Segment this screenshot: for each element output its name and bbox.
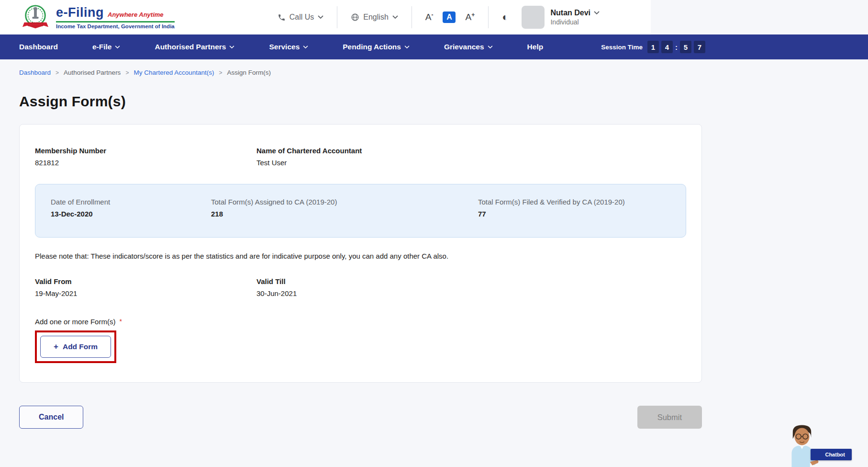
user-menu[interactable]: Nutan Devi Individual: [522, 6, 600, 29]
chevron-down-icon: [392, 15, 398, 19]
main-navbar: Dashboard e-File Authorised Partners Ser…: [0, 34, 868, 59]
chevron-down-icon: [115, 46, 120, 49]
breadcrumb-assign-forms: Assign Form(s): [227, 69, 271, 76]
brand-tagline: Anywhere Anytime: [108, 11, 164, 18]
page-title: Assign Form(s): [19, 93, 702, 110]
session-digit: 7: [694, 41, 705, 53]
session-colon: :: [675, 43, 678, 51]
breadcrumb-separator: >: [56, 69, 59, 76]
efiling-logo[interactable]: e-Filing Anywhere Anytime Income Tax Dep…: [22, 3, 175, 32]
nav-item-authorised-partners[interactable]: Authorised Partners: [155, 43, 234, 51]
nav-item-pending-actions[interactable]: Pending Actions: [343, 43, 410, 51]
ca-name-value: Test User: [256, 159, 686, 167]
session-digit: 4: [661, 41, 673, 53]
plus-icon: +: [54, 342, 58, 352]
user-name: Nutan Devi: [550, 9, 590, 17]
membership-number-field: Membership Number 821812: [35, 147, 256, 167]
red-highlight-annotation: + Add Form: [35, 330, 116, 363]
breadcrumb-separator: >: [125, 69, 129, 76]
globe-icon: [351, 13, 359, 22]
add-forms-label: Add one or more Form(s): [35, 318, 115, 326]
verified-forms-value: 77: [478, 210, 670, 218]
chevron-down-icon: [404, 46, 410, 49]
enrollment-date-label: Date of Enrollment: [51, 198, 211, 206]
verified-forms-stat: Total Form(s) Filed & Verified by CA (20…: [478, 198, 670, 218]
main-content: Assign Form(s) Membership Number 821812 …: [19, 93, 702, 429]
phone-icon: [278, 13, 286, 22]
assigned-forms-label: Total Form(s) Assigned to CA (2019-20): [211, 198, 478, 206]
avatar: [522, 6, 545, 29]
nav-item-grievances[interactable]: Grievances: [444, 43, 493, 51]
breadcrumb: Dashboard > Authorised Partners > My Cha…: [0, 59, 868, 76]
valid-till-field: Valid Till 30-Jun-2021: [256, 277, 686, 297]
header-divider: [488, 6, 489, 28]
income-tax-emblem-icon: [22, 3, 49, 32]
nav-item-services[interactable]: Services: [269, 43, 308, 51]
submit-button[interactable]: Submit: [637, 406, 702, 429]
session-timer: Session Time 1 4 : 5 7: [601, 41, 705, 53]
nav-item-help[interactable]: Help: [527, 43, 544, 51]
chatbot-button[interactable]: Chatbot: [811, 449, 852, 460]
chatbot-avatar-icon: [785, 424, 819, 467]
chevron-down-icon: [229, 46, 234, 49]
brand-name: e-Filing: [56, 5, 104, 20]
assigned-forms-stat: Total Form(s) Assigned to CA (2019-20) 2…: [211, 198, 478, 218]
font-increase-button[interactable]: A+: [465, 11, 475, 23]
ca-name-field: Name of Chartered Accountant Test User: [256, 147, 686, 167]
contrast-toggle-icon[interactable]: ◐: [502, 12, 508, 23]
user-role: Individual: [550, 18, 600, 26]
enrollment-date-value: 13-Dec-2020: [51, 210, 211, 218]
chevron-down-icon: [318, 15, 323, 19]
valid-till-label: Valid Till: [256, 277, 686, 285]
top-header: e-Filing Anywhere Anytime Income Tax Dep…: [0, 0, 651, 34]
breadcrumb-my-chartered-accountants[interactable]: My Chartered Accountant(s): [134, 69, 214, 76]
header-divider: [337, 6, 337, 28]
ca-name-label: Name of Chartered Accountant: [256, 147, 686, 155]
language-label: English: [363, 13, 388, 22]
valid-from-value: 19-May-2021: [35, 289, 256, 297]
add-form-button[interactable]: + Add Form: [40, 336, 111, 358]
breadcrumb-dashboard[interactable]: Dashboard: [19, 69, 51, 76]
cancel-button[interactable]: Cancel: [19, 406, 83, 429]
enrollment-date-stat: Date of Enrollment 13-Dec-2020: [51, 198, 211, 218]
chevron-down-icon: [303, 46, 308, 49]
valid-from-field: Valid From 19-May-2021: [35, 277, 256, 297]
chevron-down-icon: [594, 11, 600, 15]
font-decrease-button[interactable]: A-: [425, 11, 434, 23]
valid-till-value: 30-Jun-2021: [256, 289, 686, 297]
valid-from-label: Valid From: [35, 277, 256, 285]
required-asterisk: *: [119, 318, 122, 326]
call-us-label: Call Us: [289, 13, 314, 22]
assigned-forms-value: 218: [211, 210, 478, 218]
call-us-menu[interactable]: Call Us: [278, 13, 324, 22]
indicator-note: Please note that: These indicators/score…: [35, 252, 686, 260]
verified-forms-label: Total Form(s) Filed & Verified by CA (20…: [478, 198, 670, 206]
session-digit: 5: [680, 41, 691, 53]
chatbot-widget[interactable]: Chatbot: [785, 417, 852, 467]
membership-number-value: 821812: [35, 159, 256, 167]
membership-number-label: Membership Number: [35, 147, 256, 155]
session-time-label: Session Time: [601, 44, 643, 51]
session-digit: 1: [647, 41, 659, 53]
nav-item-efile[interactable]: e-File: [92, 43, 120, 51]
breadcrumb-authorised-partners: Authorised Partners: [64, 69, 121, 76]
breadcrumb-separator: >: [219, 69, 222, 76]
chevron-down-icon: [488, 46, 493, 49]
header-divider: [412, 6, 412, 28]
language-menu[interactable]: English: [351, 13, 398, 22]
assign-form-card: Membership Number 821812 Name of Charter…: [19, 124, 702, 383]
nav-item-dashboard[interactable]: Dashboard: [19, 43, 58, 51]
brand-subtitle: Income Tax Department, Government of Ind…: [56, 21, 175, 29]
font-normal-button[interactable]: A: [443, 11, 456, 23]
ca-stats-box: Date of Enrollment 13-Dec-2020 Total For…: [35, 184, 686, 238]
add-form-button-label: Add Form: [63, 342, 98, 351]
